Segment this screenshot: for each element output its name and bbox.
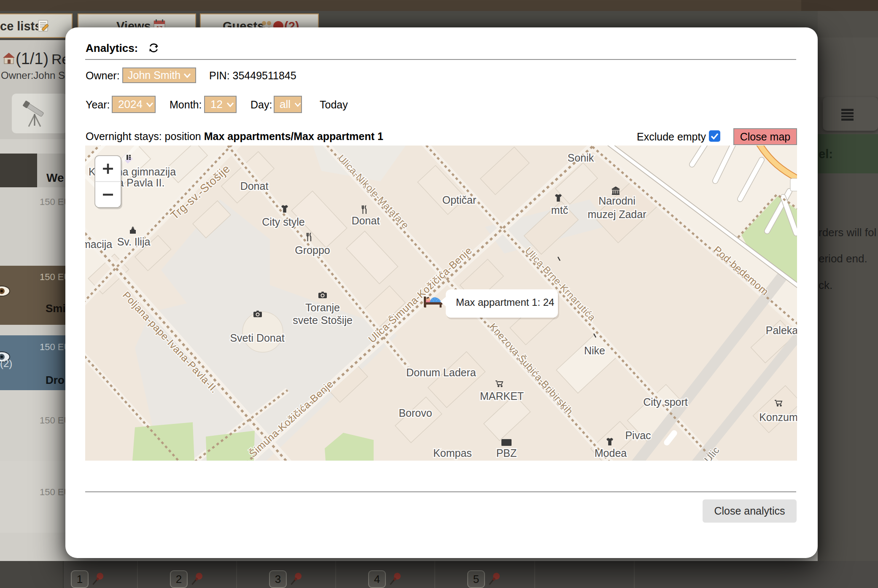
svg-text:Groppo: Groppo <box>295 244 330 256</box>
svg-text:Modea: Modea <box>594 447 627 459</box>
svg-text:Narodni: Narodni <box>598 195 636 207</box>
svg-text:Donat: Donat <box>240 180 268 192</box>
svg-text:Pivac: Pivac <box>625 429 651 441</box>
svg-text:Paleka: Paleka <box>765 324 797 336</box>
svg-text:Kompas: Kompas <box>433 447 472 459</box>
svg-text:City style: City style <box>262 216 304 228</box>
svg-text:Sonik: Sonik <box>567 152 594 164</box>
svg-text:Donat: Donat <box>351 215 380 227</box>
svg-text:Max appartment 1: 24: Max appartment 1: 24 <box>456 297 554 308</box>
svg-text:mtč: mtč <box>551 204 568 216</box>
svg-text:Sveti Donat: Sveti Donat <box>230 332 284 344</box>
svg-text:City sport: City sport <box>643 396 688 408</box>
svg-text:Optičar: Optičar <box>442 194 476 206</box>
svg-text:Nike: Nike <box>584 345 605 356</box>
svg-text:Borovo: Borovo <box>399 407 432 419</box>
svg-text:Sv. Ilija: Sv. Ilija <box>117 236 150 248</box>
svg-text:PBZ: PBZ <box>496 447 517 459</box>
svg-text:macija: macija <box>85 238 112 250</box>
svg-text:svete Stošije: svete Stošije <box>293 314 353 326</box>
svg-text:muzej Zadar: muzej Zadar <box>587 208 646 220</box>
svg-text:MARKET: MARKET <box>479 390 523 402</box>
svg-text:Toranje: Toranje <box>305 302 340 313</box>
svg-text:Konzum: Konzum <box>759 411 797 423</box>
svg-text:Donum Ladera: Donum Ladera <box>406 367 476 378</box>
